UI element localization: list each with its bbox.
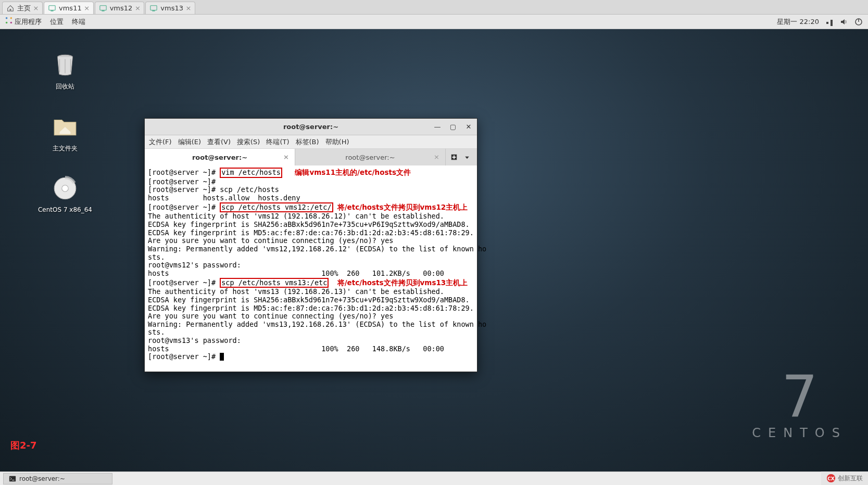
terminal-body[interactable]: [root@server ~]# vim /etc/hosts 编辑vms11主…	[145, 165, 477, 372]
command-scp-vms12: scp /etc/hosts vms12:/etc/	[220, 202, 333, 213]
vm-icon	[48, 5, 56, 12]
close-icon[interactable]: ×	[185, 4, 192, 11]
term-line: root@vms13's password:	[148, 336, 241, 344]
home-folder-icon	[51, 112, 80, 141]
logo-icon: CX	[826, 474, 836, 483]
task-label: root@server:~	[19, 475, 65, 482]
trash-label: 回收站	[56, 82, 74, 91]
power-icon[interactable]	[854, 18, 863, 26]
applications-menu[interactable]: 应用程序	[5, 17, 42, 27]
term-line: ECDSA key fingerprint is MD5:ac:fe:87:de…	[148, 228, 474, 237]
menu-help[interactable]: 帮助(H)	[325, 137, 349, 147]
terminal-tab-bar: root@server:~ × root@server:~ ×	[145, 149, 477, 165]
terminal-icon	[9, 475, 16, 482]
terminal-menubar: 文件(F) 编辑(E) 查看(V) 搜索(S) 终端(T) 标签(B) 帮助(H…	[145, 135, 477, 149]
menu-search[interactable]: 搜索(S)	[237, 137, 260, 147]
trash-icon-item[interactable]: 回收站	[36, 50, 94, 91]
centos-iso-item[interactable]: CentOS 7 x86_64	[36, 174, 94, 213]
trash-icon	[51, 50, 80, 79]
browser-tab-home[interactable]: 主页 ×	[2, 2, 43, 14]
term-line: Warning: Permanently added 'vms13,192.16…	[148, 320, 486, 328]
places-menu[interactable]: 位置	[50, 17, 64, 27]
cursor	[220, 353, 224, 361]
svg-rect-5	[153, 10, 155, 11]
terminal-titlebar[interactable]: root@server:~ — ▢ ✕	[145, 119, 477, 135]
prompt: [root@server ~]#	[148, 278, 216, 287]
term-line: ECDSA key fingerprint is MD5:ac:fe:87:de…	[148, 304, 474, 312]
maximize-button[interactable]: ▢	[448, 121, 458, 132]
term-line: sts.	[148, 253, 165, 261]
svg-rect-1	[51, 10, 53, 11]
network-icon[interactable]	[825, 18, 834, 26]
term-line: Warning: Permanently added 'vms12,192.16…	[148, 245, 486, 253]
brand-watermark: CX 创新互联	[821, 471, 868, 485]
tab-label: vms11	[59, 4, 82, 12]
annotation: 将/etc/hosts文件拷贝到vms13主机上	[337, 278, 468, 287]
svg-point-7	[10, 17, 12, 19]
terminal-window: root@server:~ — ▢ ✕ 文件(F) 编辑(E) 查看(V) 搜索…	[144, 118, 477, 372]
prompt: [root@server ~]#	[148, 352, 220, 361]
term-line: The authenticity of host 'vms12 (192.168…	[148, 212, 444, 220]
term-line: The authenticity of host 'vms13 (192.168…	[148, 287, 444, 296]
close-icon[interactable]: ×	[83, 4, 91, 11]
svg-rect-3	[102, 10, 104, 11]
home-folder-item[interactable]: 主文件夹	[36, 112, 94, 153]
close-icon[interactable]: ×	[434, 153, 441, 160]
figure-label: 图2-7	[10, 439, 37, 452]
term-line: ECDSA key fingerprint is SHA256:aBBxk5d9…	[148, 220, 470, 228]
close-icon[interactable]: ×	[134, 4, 141, 11]
term-line: ECDSA key fingerprint is SHA256:aBBxk5d9…	[148, 296, 470, 304]
taskbar-item-terminal[interactable]: root@server:~	[3, 473, 112, 484]
disc-icon	[51, 174, 80, 203]
volume-icon[interactable]	[840, 18, 848, 26]
terminal-menu[interactable]: 终端	[72, 17, 85, 27]
terminal-title: root@server:~	[283, 123, 338, 131]
menu-file[interactable]: 文件(F)	[149, 137, 172, 147]
close-button[interactable]: ✕	[463, 121, 474, 132]
menu-view[interactable]: 查看(V)	[207, 137, 231, 147]
svg-rect-2	[100, 5, 106, 10]
desktop[interactable]: 回收站 主文件夹 CentOS 7 x86_64 7 CENTOS 图2-7 r…	[0, 29, 868, 471]
terminal-tab-1[interactable]: root@server:~ ×	[145, 149, 295, 165]
term-line: [root@server ~]# scp /etc/hosts	[148, 185, 279, 194]
taskbar: root@server:~ CX 创新互联	[0, 471, 868, 485]
browser-tab-vms12[interactable]: vms12 ×	[95, 2, 145, 14]
svg-point-14	[62, 185, 69, 192]
terminal-tab-2[interactable]: root@server:~ ×	[295, 149, 446, 165]
svg-point-6	[6, 17, 8, 19]
centos-text: CENTOS	[752, 426, 847, 440]
svg-point-9	[10, 22, 12, 24]
menu-terminal[interactable]: 终端(T)	[266, 137, 289, 147]
menu-label: 应用程序	[15, 18, 42, 25]
minimize-button[interactable]: —	[432, 121, 443, 132]
centos-watermark: 7 CENTOS	[752, 368, 847, 440]
prompt: [root@server ~]#	[148, 168, 216, 176]
tab-label: vms13	[160, 4, 183, 12]
browser-tab-vms13[interactable]: vms13 ×	[145, 2, 195, 14]
new-tab-button[interactable]	[450, 153, 459, 161]
term-line: Are you sure you want to continue connec…	[148, 312, 393, 320]
tab-label: root@server:~	[192, 154, 247, 161]
annotation: 编辑vms11主机的/etc/hosts文件	[295, 168, 411, 176]
desktop-icons-area: 回收站 主文件夹 CentOS 7 x86_64	[36, 50, 94, 213]
clock[interactable]: 星期一 22:20	[777, 17, 819, 27]
close-icon[interactable]: ×	[32, 4, 40, 11]
svg-rect-16	[9, 476, 16, 481]
tab-menu-button[interactable]	[464, 153, 472, 161]
brand-text: 创新互联	[838, 474, 863, 483]
vm-icon	[150, 5, 157, 12]
svg-text:CX: CX	[827, 476, 835, 481]
close-icon[interactable]: ×	[283, 153, 291, 160]
browser-tab-vms11[interactable]: vms11 ×	[44, 2, 94, 14]
term-line: hosts hosts.allow hosts.deny	[148, 194, 300, 202]
menu-tabs[interactable]: 标签(B)	[296, 137, 319, 147]
svg-rect-4	[150, 5, 157, 10]
menu-edit[interactable]: 编辑(E)	[178, 137, 201, 147]
annotation: 将/etc/hosts文件拷贝到vms12主机上	[337, 203, 468, 211]
term-line: hosts 100% 260 101.2KB/s 00:00	[148, 269, 444, 277]
term-line: sts.	[148, 328, 165, 336]
prompt: [root@server ~]#	[148, 203, 216, 211]
tab-label: 主页	[17, 4, 31, 13]
term-line: Are you sure you want to continue connec…	[148, 236, 393, 245]
centos-iso-label: CentOS 7 x86_64	[38, 206, 92, 213]
